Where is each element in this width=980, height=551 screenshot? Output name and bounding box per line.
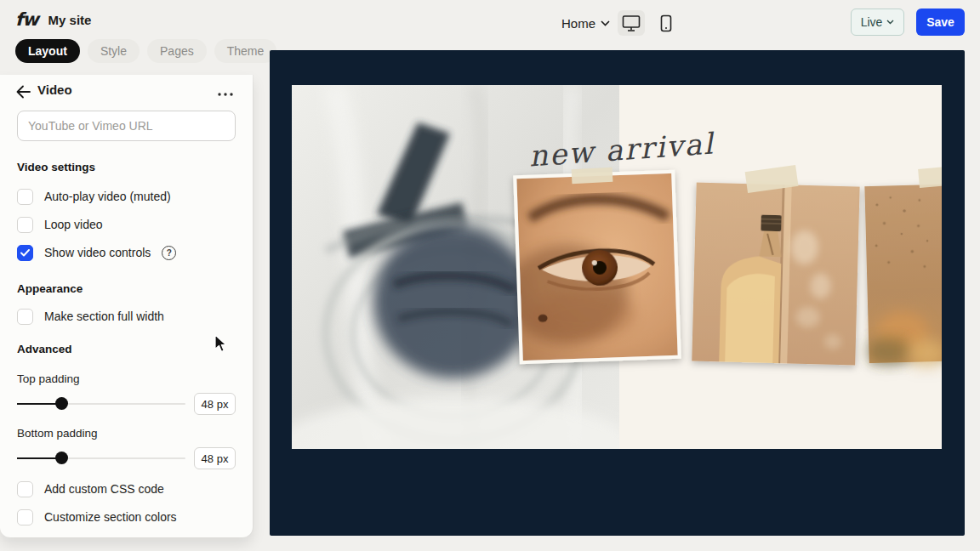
section-heading-appearance: Appearance [17, 282, 83, 295]
mobile-view-button[interactable] [652, 10, 680, 36]
site-canvas[interactable]: new arrival [270, 50, 965, 536]
slider-track[interactable] [17, 457, 185, 459]
bottom-padding-label: Bottom padding [17, 427, 98, 440]
page-selector[interactable]: Home [561, 16, 610, 31]
option-custom-css[interactable]: Add custom CSS code [17, 480, 164, 497]
tab-theme[interactable]: Theme [214, 39, 277, 63]
help-icon[interactable]: ? [162, 246, 176, 260]
option-full-width[interactable]: Make section full width [17, 308, 164, 325]
site-name: My site [48, 13, 92, 27]
video-url-input[interactable] [17, 111, 236, 141]
slider-fill [17, 457, 60, 459]
section-heading-video-settings: Video settings [17, 161, 95, 173]
live-button-label: Live [861, 15, 883, 29]
tape-icon [572, 168, 613, 184]
checkbox-unchecked[interactable] [17, 189, 33, 205]
video-settings-panel: Video Video settings Auto-play video (mu… [0, 75, 253, 537]
checkbox-unchecked[interactable] [17, 217, 33, 233]
checkbox-unchecked[interactable] [17, 309, 33, 325]
page-switch: Home [561, 9, 680, 37]
video-section-preview[interactable]: new arrival [292, 85, 942, 449]
bottle-photo [692, 183, 859, 366]
panel-title: Video [37, 82, 72, 97]
ellipsis-icon [217, 92, 234, 97]
option-loop[interactable]: Loop video [17, 216, 103, 233]
mobile-icon [660, 14, 672, 32]
mouse-cursor [214, 334, 230, 355]
top-padding-slider: 48 px [17, 392, 236, 416]
section-heading-advanced: Advanced [17, 343, 72, 355]
app-logo: fw [15, 9, 38, 30]
panel-header: Video [0, 80, 253, 104]
slider-thumb[interactable] [55, 452, 68, 464]
option-section-colors[interactable]: Customize section colors [17, 508, 177, 525]
top-padding-value[interactable]: 48 px [194, 393, 236, 415]
overflow-menu-button[interactable] [217, 85, 234, 100]
checkbox-unchecked[interactable] [17, 481, 33, 497]
page-selector-label: Home [561, 16, 595, 31]
save-button[interactable]: Save [916, 9, 965, 36]
option-show-controls[interactable]: Show video controls ? [17, 244, 176, 261]
chevron-down-icon [886, 20, 894, 25]
bottom-padding-slider: 48 px [17, 446, 236, 470]
slider-fill [17, 403, 60, 405]
slider-thumb[interactable] [55, 397, 68, 410]
checkbox-checked[interactable] [17, 245, 33, 261]
brand: fw My site [15, 9, 91, 30]
tab-pages[interactable]: Pages [147, 39, 207, 63]
back-button[interactable] [14, 82, 32, 101]
checkbox-unchecked[interactable] [17, 509, 33, 525]
chevron-down-icon [601, 20, 610, 26]
eye-photo [501, 170, 681, 365]
topbar-actions: Live Save [851, 9, 965, 36]
check-icon [20, 249, 30, 257]
bottom-padding-value[interactable]: 48 px [194, 447, 236, 469]
tab-style[interactable]: Style [88, 39, 140, 63]
live-button[interactable]: Live [851, 9, 904, 36]
arrow-left-icon [14, 82, 32, 101]
hero-collage: new arrival [292, 85, 942, 449]
slider-track[interactable] [17, 403, 185, 405]
texture-photo [863, 185, 942, 369]
tab-layout[interactable]: Layout [15, 39, 80, 63]
desktop-icon [622, 14, 641, 32]
mode-tabs: Layout Style Pages Theme [15, 39, 276, 63]
option-autoplay[interactable]: Auto-play video (muted) [17, 188, 171, 205]
save-button-label: Save [926, 15, 954, 29]
desktop-view-button[interactable] [618, 10, 645, 36]
top-padding-label: Top padding [17, 372, 80, 385]
